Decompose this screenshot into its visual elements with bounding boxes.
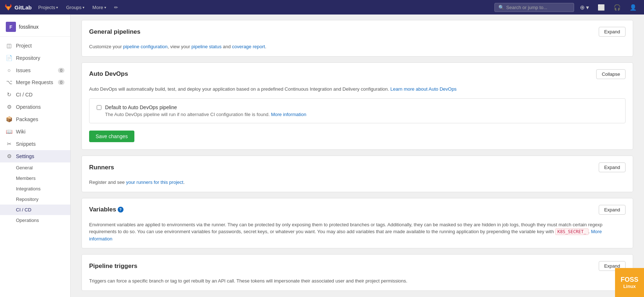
- runners-link[interactable]: your runners for this project: [126, 180, 183, 185]
- general-pipelines-desc: Customize your pipeline configuration, v…: [82, 43, 633, 56]
- headphones-icon[interactable]: 🎧: [611, 3, 624, 12]
- sidebar-item-merge-requests[interactable]: ⌥ Merge Requests 0: [0, 76, 70, 88]
- plus-icon[interactable]: ⊕ ▾: [577, 3, 592, 12]
- auto-devops-hint-text: The Auto DevOps pipeline will run if no …: [105, 112, 271, 117]
- chevron-down-icon: ▾: [56, 5, 58, 9]
- sidebar-sub-general[interactable]: General: [0, 162, 70, 173]
- runners-expand-button[interactable]: Expand: [599, 162, 626, 172]
- auto-devops-desc-text: Auto DevOps will automatically build, te…: [89, 86, 390, 92]
- sidebar-label-repository: Repository: [16, 55, 40, 61]
- chevron-down-icon: ▾: [83, 5, 84, 9]
- sidebar-item-repository[interactable]: 📄 Repository: [0, 52, 70, 64]
- monitor-icon[interactable]: ⬜: [595, 3, 608, 12]
- cicd-icon: ↻: [6, 91, 12, 98]
- search-bar[interactable]: 🔍 Search or jump to...: [494, 3, 574, 12]
- sidebar-sub-members[interactable]: Members: [0, 173, 70, 183]
- sidebar-label-project: Project: [16, 43, 32, 49]
- auto-devops-header: Auto DevOps Collapse: [82, 63, 633, 86]
- sidebar-sub-integrations[interactable]: Integrations: [0, 183, 70, 194]
- sidebar-label-wiki: Wiki: [16, 129, 25, 135]
- sidebar-sub-repository[interactable]: Repository: [0, 194, 70, 205]
- sidebar-label-operations: Operations: [16, 104, 41, 110]
- sidebar-sub-operations[interactable]: Operations: [0, 215, 70, 226]
- foss-linux-badge: FOSS Linux: [615, 268, 644, 297]
- sidebar-item-packages[interactable]: 📦 Packages: [0, 113, 70, 125]
- runners-title: Runners: [89, 164, 114, 171]
- variables-title-row: Variables ?: [89, 206, 124, 213]
- auto-devops-checkbox-box: Default to Auto DevOps pipeline The Auto…: [89, 98, 626, 123]
- main-content: gitdemo › fosslinux › CI / CD Settings G…: [71, 0, 644, 297]
- packages-icon: 📦: [6, 116, 12, 123]
- variables-expand-button[interactable]: Expand: [599, 205, 626, 215]
- issues-badge: 0: [58, 68, 64, 73]
- gitlab-logo[interactable]: GitLab: [4, 3, 32, 11]
- pipeline-triggers-desc-text: Triggers can force a specific branch or …: [89, 278, 407, 284]
- general-pipelines-section: General pipelines Expand Customize your …: [81, 20, 633, 57]
- general-pipelines-header: General pipelines Expand: [82, 20, 633, 43]
- search-icon: 🔍: [498, 5, 504, 10]
- coverage-report-link[interactable]: coverage report: [232, 44, 265, 49]
- variables-help-icon[interactable]: ?: [118, 207, 124, 213]
- general-pipelines-expand-button[interactable]: Expand: [599, 27, 626, 37]
- top-nav-items: Projects ▾ Groups ▾ More ▾ ✏: [35, 3, 122, 12]
- variables-desc: Environment variables are applied to env…: [82, 221, 633, 248]
- user-nav-icon[interactable]: 👤: [627, 3, 640, 12]
- sidebar-item-cicd[interactable]: ↻ CI / CD: [0, 88, 70, 101]
- sidebar-label-settings: Settings: [16, 153, 34, 159]
- sidebar-item-issues[interactable]: ○ Issues 0: [0, 64, 70, 76]
- sidebar-user: F fosslinux: [0, 19, 70, 37]
- avatar: F: [6, 22, 16, 32]
- pipeline-triggers-header: Pipeline triggers Expand: [82, 255, 633, 277]
- pipeline-config-link[interactable]: pipeline configuration: [123, 44, 168, 49]
- pipeline-triggers-title: Pipeline triggers: [89, 263, 137, 270]
- runners-header: Runners Expand: [82, 156, 633, 179]
- sidebar-username: fosslinux: [19, 24, 38, 30]
- project-icon: ◫: [6, 42, 12, 49]
- sidebar-label-snippets: Snippets: [16, 141, 35, 147]
- logo-text: GitLab: [14, 4, 32, 11]
- pipeline-triggers-section: Pipeline triggers Expand Triggers can fo…: [81, 254, 633, 291]
- sidebar-label-issues: Issues: [16, 67, 30, 73]
- auto-devops-checkbox[interactable]: [97, 105, 101, 110]
- sidebar-label-merge: Merge Requests: [16, 79, 53, 85]
- search-placeholder: Search or jump to...: [506, 5, 547, 10]
- pipeline-status-link[interactable]: pipeline status: [192, 44, 222, 49]
- auto-devops-checkbox-hint: The Auto DevOps pipeline will run if no …: [105, 112, 306, 117]
- issues-icon: ○: [6, 67, 12, 73]
- variables-desc-end: .: [589, 229, 591, 234]
- chevron-down-icon: ▾: [104, 5, 106, 9]
- nav-projects[interactable]: Projects ▾: [35, 3, 62, 12]
- wiki-icon: 📖: [6, 128, 12, 135]
- sidebar-item-project[interactable]: ◫ Project: [0, 40, 70, 52]
- pipeline-triggers-desc: Triggers can force a specific branch or …: [82, 277, 633, 290]
- sidebar-label-cicd: CI / CD: [16, 92, 33, 98]
- variables-section: Variables ? Expand Environment variables…: [81, 198, 633, 249]
- sidebar-item-wiki[interactable]: 📖 Wiki: [0, 125, 70, 138]
- k8s-secret-code: K8S_SECRET_: [555, 228, 588, 235]
- sidebar-item-settings[interactable]: ⚙ Settings: [0, 150, 70, 162]
- settings-icon: ⚙: [6, 153, 12, 160]
- more-information-link[interactable]: More information: [271, 112, 306, 117]
- auto-devops-checkbox-content: Default to Auto DevOps pipeline The Auto…: [105, 104, 306, 117]
- runners-desc-end: .: [183, 180, 185, 185]
- runners-desc: Register and see your runners for this p…: [82, 179, 633, 192]
- auto-devops-collapse-button[interactable]: Collapse: [596, 69, 626, 79]
- merge-badge: 0: [58, 80, 64, 85]
- save-changes-button[interactable]: Save changes: [89, 131, 134, 142]
- variables-desc-text: Environment variables are applied to env…: [89, 222, 602, 235]
- auto-devops-save-area: Save changes: [82, 131, 633, 149]
- auto-devops-checkbox-label[interactable]: Default to Auto DevOps pipeline: [105, 104, 177, 110]
- sidebar-item-snippets[interactable]: ✂ Snippets: [0, 138, 70, 150]
- sidebar-item-operations[interactable]: ⚙ Operations: [0, 101, 70, 113]
- top-navigation: GitLab Projects ▾ Groups ▾ More ▾ ✏ 🔍 Se…: [0, 0, 644, 15]
- runners-section: Runners Expand Register and see your run…: [81, 156, 633, 192]
- learn-more-auto-devops-link[interactable]: Learn more about Auto DevOps: [390, 86, 457, 92]
- sidebar-sub-cicd[interactable]: CI / CD: [0, 205, 70, 215]
- sidebar-label-packages: Packages: [16, 116, 38, 122]
- repo-icon: 📄: [6, 55, 12, 61]
- nav-groups[interactable]: Groups ▾: [62, 3, 88, 12]
- nav-edit[interactable]: ✏: [110, 3, 122, 12]
- variables-title: Variables: [89, 206, 116, 213]
- auto-devops-title: Auto DevOps: [89, 70, 128, 78]
- nav-more[interactable]: More ▾: [89, 3, 110, 12]
